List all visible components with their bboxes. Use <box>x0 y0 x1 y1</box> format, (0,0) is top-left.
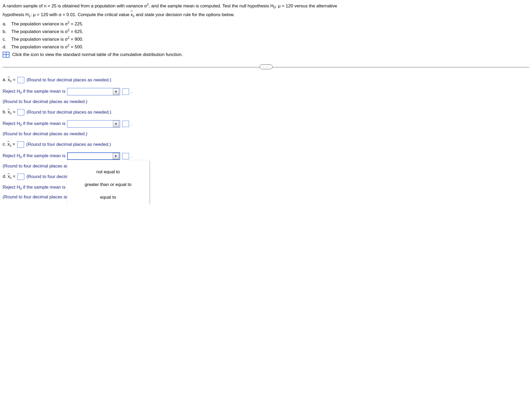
option-text: = 225. <box>70 21 83 26</box>
part-b-xc-input[interactable] <box>17 109 24 115</box>
reject-text: Reject H <box>3 89 20 94</box>
option-text: The population variance is σ <box>11 29 68 34</box>
part-label: a. <box>3 77 8 82</box>
part-a-xc-input[interactable] <box>17 77 24 83</box>
reject-text: Reject H <box>3 185 20 190</box>
sigma-sup: 2 <box>68 44 70 47</box>
equals-text: = <box>12 174 16 179</box>
variance-option-list: a. The population variance is σ2 = 225. … <box>3 21 529 50</box>
period: . <box>131 89 132 94</box>
period: . <box>131 121 132 127</box>
part-c-decision: Reject H0 if the sample mean is ▼ not eq… <box>3 152 529 160</box>
option-text: The population variance is σ <box>11 21 68 26</box>
intro-text: : μ > 120 with α = 0.01. Compute the cri… <box>30 12 131 17</box>
option-text: The population variance is σ <box>11 37 68 42</box>
part-d-xc-input[interactable] <box>17 174 24 180</box>
sigma-sup: 2 <box>68 36 70 40</box>
question-intro-line1: A random sample of n = 25 is obtained fr… <box>3 2 529 10</box>
part-label: b. <box>3 109 8 114</box>
xbar-symbol: x <box>7 142 10 147</box>
round-hint: (Round to four decimal places as needed.… <box>3 99 529 104</box>
dropdown-option-equal[interactable]: equal to <box>67 191 149 204</box>
table-icon[interactable] <box>3 52 10 58</box>
intro-text: , and the sample mean is computed. Test … <box>149 3 273 8</box>
option-label: d. <box>3 44 10 50</box>
option-b: b. The population variance is σ2 = 625. <box>3 28 529 34</box>
part-a-critical: a. xc = (Round to four decimal places as… <box>3 77 529 83</box>
reject-text: if the sample mean is <box>22 153 65 158</box>
dropdown-option-not-equal[interactable]: not equal to <box>67 166 149 178</box>
part-c-xc-input[interactable] <box>17 141 24 148</box>
part-label: c. <box>3 142 7 147</box>
reject-text: Reject H <box>3 153 20 158</box>
section-divider: · · · <box>3 67 529 67</box>
reject-text: Reject H <box>3 121 20 126</box>
part-b-decision: Reject H0 if the sample mean is ▼ . <box>3 120 529 128</box>
period: . <box>131 153 132 159</box>
option-text: = 900. <box>70 37 83 42</box>
dropdown-option-lte[interactable]: less than or equal to <box>67 204 149 204</box>
dropdown-arrow-icon: ▼ <box>113 153 119 159</box>
expand-badge[interactable]: · · · <box>260 64 273 69</box>
part-b-comparison-select[interactable]: ▼ <box>67 120 120 128</box>
h0-sub: 0 <box>274 5 276 9</box>
intro-text: A random sample of n = 25 is obtained fr… <box>3 3 147 8</box>
intro-text: : μ = 120 versus the alternative <box>276 3 337 8</box>
equals-text: = <box>12 77 16 82</box>
round-hint: (Round to four decimal places as needed.… <box>26 77 111 83</box>
part-c-comparison-select[interactable]: ▼ <box>67 152 120 160</box>
option-d: d. The population variance is σ2 = 500. <box>3 44 529 50</box>
part-label: d. <box>3 174 8 179</box>
comparison-dropdown-menu: not equal to greater than or equal to eq… <box>67 160 149 204</box>
table-link-text[interactable]: Click the icon to view the standard norm… <box>12 52 183 57</box>
xbar-symbol: x <box>8 174 10 179</box>
xbar-symbol: x <box>131 12 133 17</box>
reject-text: if the sample mean is <box>22 185 65 190</box>
dropdown-arrow-icon: ▼ <box>113 121 119 127</box>
option-label: a. <box>3 21 10 27</box>
option-a: a. The population variance is σ2 = 225. <box>3 21 529 27</box>
reject-text: if the sample mean is <box>22 121 65 126</box>
option-label: b. <box>3 29 10 34</box>
question-intro-line2: hypothesis H1: μ > 120 with α = 0.01. Co… <box>3 11 529 19</box>
dropdown-option-gte[interactable]: greater than or equal to <box>67 178 149 191</box>
sigma-sup: 2 <box>68 28 70 32</box>
option-text: = 625. <box>70 29 83 34</box>
part-a-decision: Reject H0 if the sample mean is ▼ . <box>3 88 529 95</box>
part-b-value-input[interactable] <box>122 121 129 127</box>
equals-text: = <box>12 109 16 114</box>
round-hint: (Round to four decima <box>26 174 71 179</box>
xbar-symbol: x <box>8 77 10 82</box>
xbar-symbol: x <box>8 109 10 114</box>
intro-text: hypothesis H <box>3 12 29 17</box>
option-c: c. The population variance is σ2 = 900. <box>3 36 529 42</box>
part-c-critical: c. xc = (Round to four decimal places as… <box>3 141 529 148</box>
option-label: c. <box>3 37 10 42</box>
part-a-comparison-select[interactable]: ▼ <box>67 88 120 95</box>
round-hint: (Round to four decimal places as needed.… <box>26 142 111 147</box>
part-a-value-input[interactable] <box>122 88 129 95</box>
option-text: = 500. <box>70 44 83 49</box>
intro-text: and state your decision rule for the opt… <box>135 12 235 17</box>
round-hint: (Round to four decimal places as needed.… <box>26 110 111 115</box>
dropdown-arrow-icon: ▼ <box>113 88 119 95</box>
equals-text: = <box>11 142 15 147</box>
option-text: The population variance is σ <box>11 44 68 49</box>
part-b-critical: b. xc = (Round to four decimal places as… <box>3 109 529 115</box>
part-c-value-input[interactable] <box>122 153 129 159</box>
round-hint: (Round to four decimal places as needed.… <box>3 131 529 137</box>
table-link-row[interactable]: Click the icon to view the standard norm… <box>3 52 529 58</box>
reject-text: if the sample mean is <box>22 89 65 94</box>
sigma-sup: 2 <box>68 21 70 24</box>
